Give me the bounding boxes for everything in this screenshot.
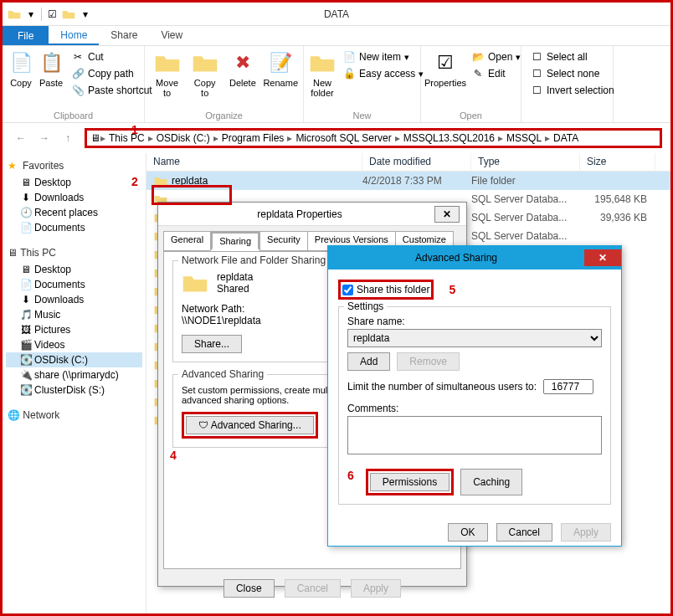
share-name-select[interactable]: repldata <box>347 329 602 347</box>
sidebar-favorites[interactable]: Favorites <box>6 160 142 172</box>
close-icon[interactable]: ✕ <box>434 206 460 223</box>
sidebar-item[interactable]: ⬇Downloads <box>6 190 142 205</box>
shield-icon: 🛡 <box>198 419 208 431</box>
sidebar-item[interactable]: 🕘Recent places <box>6 205 142 220</box>
invert-selection-button[interactable]: ☐Invert selection <box>527 83 618 98</box>
tab-view[interactable]: View <box>149 26 194 45</box>
select-all-button[interactable]: ☐Select all <box>527 49 618 64</box>
dialog-title: Advanced Sharing <box>328 252 584 264</box>
sidebar-this-pc[interactable]: 🖥 This PC <box>6 247 142 259</box>
new-folder-icon[interactable] <box>62 8 75 21</box>
cancel-button[interactable]: Cancel <box>496 523 552 542</box>
sidebar-item[interactable]: 📄Documents <box>6 277 142 292</box>
quick-access-toolbar: ▾ ☑ ▾ <box>3 8 97 21</box>
comments-field[interactable] <box>347 416 602 454</box>
add-button[interactable]: Add <box>347 352 390 371</box>
dropdown-icon[interactable]: ▾ <box>24 8 38 21</box>
close-button[interactable]: Close <box>223 579 275 598</box>
settings-label: Settings <box>344 300 387 312</box>
column-headers[interactable]: Name Date modified Type Size <box>146 153 670 172</box>
sidebar-network[interactable]: 🌐 Network <box>6 409 142 421</box>
copy-path-button[interactable]: 🔗Copy path <box>68 66 156 81</box>
advanced-sharing-dialog: Advanced Sharing ✕ Share this folder 5 S… <box>327 245 622 547</box>
folder-icon <box>182 272 208 294</box>
folder-name: repldata <box>217 271 253 283</box>
share-name-label: Share name: <box>347 316 602 327</box>
select-none-button[interactable]: ☐Select none <box>527 66 618 81</box>
tab-security[interactable]: Security <box>259 231 308 251</box>
address-bar-row: ← → ↑ 🖥 ▸ This PC▸ OSDisk (C:)▸ Program … <box>3 123 670 153</box>
sidebar-item[interactable]: ⬇Downloads <box>6 292 142 307</box>
dropdown-icon[interactable]: ▾ <box>79 8 92 21</box>
sidebar-item[interactable]: 🖥Desktop <box>6 262 142 277</box>
sidebar-item-osdisk[interactable]: 💽OSDisk (C:) <box>6 352 142 367</box>
sidebar-item[interactable]: 💽ClusterDisk (S:) <box>6 382 142 398</box>
group-open: Open <box>426 109 516 121</box>
pc-icon: 🖥 <box>90 132 100 144</box>
close-icon[interactable]: ✕ <box>584 249 621 266</box>
tab-general[interactable]: General <box>163 231 211 251</box>
back-button[interactable]: ← <box>11 128 31 148</box>
open-button[interactable]: 📂Open ▾ <box>468 49 524 64</box>
group-organize: Organize <box>150 109 298 121</box>
properties-icon[interactable]: ☑ <box>45 8 59 21</box>
shared-status: Shared <box>217 283 253 295</box>
tab-file[interactable]: File <box>3 26 49 45</box>
tab-home[interactable]: Home <box>49 26 99 45</box>
edit-button[interactable]: ✎Edit <box>468 66 524 81</box>
share-button[interactable]: Share... <box>182 335 242 353</box>
share-this-folder-checkbox[interactable] <box>342 285 353 295</box>
cut-button[interactable]: ✂Cut <box>68 49 156 64</box>
forward-button[interactable]: → <box>34 128 54 148</box>
share-this-folder-label: Share this folder <box>357 284 429 295</box>
rename-button[interactable]: 📝Rename <box>263 49 298 109</box>
easy-access-button[interactable]: 🔓Easy access ▾ <box>339 66 427 81</box>
annotation-5: 5 <box>449 283 455 296</box>
properties-button[interactable]: ☑Properties <box>426 49 465 109</box>
window-titlebar: ▾ ☑ ▾ DATA <box>3 3 670 26</box>
advanced-sharing-button[interactable]: 🛡 Advanced Sharing... <box>186 416 314 434</box>
apply-button: Apply <box>351 579 401 598</box>
ribbon-tabs: File Home Share View <box>3 26 670 46</box>
annotation-2: 2 <box>131 175 138 188</box>
group-clipboard: Clipboard <box>8 109 139 121</box>
delete-button[interactable]: ✖Delete <box>225 49 259 109</box>
move-to-button[interactable]: Move to <box>150 49 184 109</box>
limit-users-stepper[interactable] <box>543 379 593 394</box>
nav-sidebar: Favorites 🖥Desktop ⬇Downloads 🕘Recent pl… <box>3 153 146 613</box>
annotation-1: 1 <box>131 123 138 136</box>
window-title: DATA <box>324 8 349 20</box>
limit-users-label: Limit the number of simultaneous users t… <box>347 381 537 393</box>
ok-button[interactable]: OK <box>448 523 487 542</box>
paste-button[interactable]: 📋Paste <box>38 49 64 109</box>
up-button[interactable]: ↑ <box>58 128 78 148</box>
copy-to-button[interactable]: Copy to <box>188 49 222 109</box>
new-item-button[interactable]: 📄New item ▾ <box>339 49 427 64</box>
col-size: Size <box>580 153 655 171</box>
sidebar-item[interactable]: 🖥Desktop <box>6 175 142 190</box>
sidebar-item[interactable]: 🎵Music <box>6 307 142 322</box>
tab-share[interactable]: Share <box>99 26 149 45</box>
new-folder-button[interactable]: New folder <box>309 49 336 109</box>
sidebar-item[interactable]: 🖼Pictures <box>6 322 142 337</box>
col-name: Name <box>146 153 362 171</box>
table-row[interactable]: repldata4/2/2018 7:33 PMFile folder <box>146 172 670 190</box>
annotation-4: 4 <box>170 449 177 462</box>
sidebar-item[interactable]: 📄Documents <box>6 220 142 235</box>
sidebar-item[interactable]: 🎬Videos <box>6 337 142 352</box>
tab-sharing[interactable]: Sharing <box>210 231 260 251</box>
advanced-sharing-group: Advanced Sharing <box>178 368 267 380</box>
folder-icon <box>153 173 168 188</box>
col-date: Date modified <box>362 153 471 171</box>
comments-label: Comments: <box>347 403 602 414</box>
breadcrumb[interactable]: 🖥 ▸ This PC▸ OSDisk (C:)▸ Program Files▸… <box>85 128 662 148</box>
caching-button[interactable]: Caching <box>460 469 522 495</box>
dialog-title: repldata Properties <box>165 208 434 220</box>
copy-button[interactable]: 📄Copy <box>8 49 34 109</box>
sidebar-item[interactable]: 🔌share (\\primarydc) <box>6 367 142 382</box>
apply-button: Apply <box>561 523 611 542</box>
folder-icon <box>8 8 21 21</box>
ribbon: 📄Copy 📋Paste ✂Cut 🔗Copy path 📎Paste shor… <box>3 46 670 123</box>
permissions-button[interactable]: Permissions <box>370 473 450 491</box>
paste-shortcut-button[interactable]: 📎Paste shortcut <box>68 83 156 98</box>
